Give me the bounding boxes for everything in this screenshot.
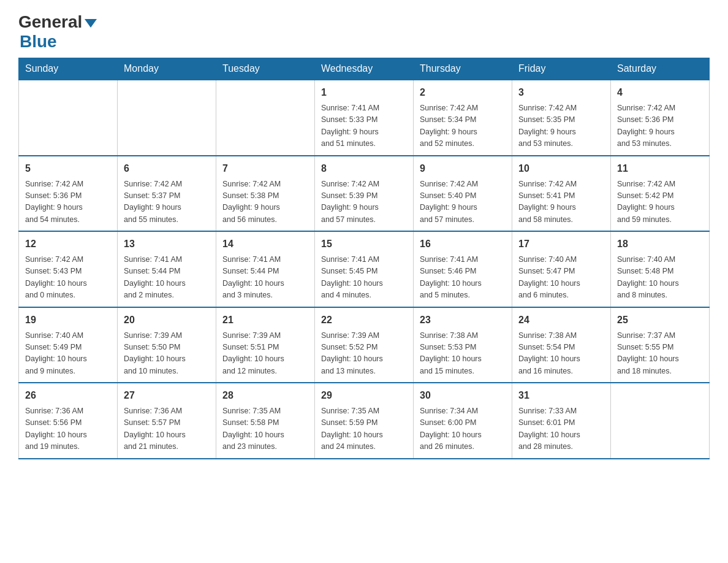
logo-arrow-icon (85, 19, 97, 28)
day-number: 1 (321, 85, 407, 100)
calendar-day-cell: 22Sunrise: 7:39 AM Sunset: 5:52 PM Dayli… (315, 307, 414, 383)
day-number: 12 (25, 237, 111, 251)
day-number: 27 (124, 388, 210, 403)
calendar-day-cell (216, 80, 315, 156)
day-number: 7 (222, 161, 308, 176)
calendar-day-cell (118, 80, 216, 156)
day-number: 29 (321, 388, 407, 403)
calendar-day-cell: 31Sunrise: 7:33 AM Sunset: 6:01 PM Dayli… (512, 383, 611, 459)
day-of-week-header: Saturday (611, 58, 710, 80)
calendar-day-cell (19, 80, 118, 156)
day-info: Sunrise: 7:35 AM Sunset: 5:58 PM Dayligh… (222, 405, 308, 453)
day-number: 9 (420, 161, 506, 176)
calendar-day-cell: 15Sunrise: 7:41 AM Sunset: 5:45 PM Dayli… (315, 231, 414, 307)
calendar-day-cell: 14Sunrise: 7:41 AM Sunset: 5:44 PM Dayli… (216, 231, 315, 307)
day-number: 25 (617, 313, 703, 327)
day-info: Sunrise: 7:40 AM Sunset: 5:47 PM Dayligh… (518, 254, 604, 302)
day-info: Sunrise: 7:41 AM Sunset: 5:44 PM Dayligh… (124, 254, 210, 302)
day-number: 13 (124, 237, 210, 251)
day-number: 11 (617, 161, 703, 176)
day-number: 19 (25, 313, 111, 327)
day-info: Sunrise: 7:39 AM Sunset: 5:52 PM Dayligh… (321, 330, 407, 378)
day-of-week-header: Sunday (19, 58, 118, 80)
day-info: Sunrise: 7:41 AM Sunset: 5:33 PM Dayligh… (321, 102, 407, 150)
day-info: Sunrise: 7:39 AM Sunset: 5:51 PM Dayligh… (222, 330, 308, 378)
day-number: 21 (222, 313, 308, 327)
day-info: Sunrise: 7:42 AM Sunset: 5:41 PM Dayligh… (518, 178, 604, 226)
day-number: 5 (25, 161, 111, 176)
day-info: Sunrise: 7:41 AM Sunset: 5:45 PM Dayligh… (321, 254, 407, 302)
calendar-day-cell: 13Sunrise: 7:41 AM Sunset: 5:44 PM Dayli… (118, 231, 216, 307)
calendar-day-cell: 3Sunrise: 7:42 AM Sunset: 5:35 PM Daylig… (512, 80, 611, 156)
day-number: 24 (518, 313, 604, 327)
day-info: Sunrise: 7:42 AM Sunset: 5:39 PM Dayligh… (321, 178, 407, 226)
day-number: 23 (420, 313, 506, 327)
calendar-header-row: SundayMondayTuesdayWednesdayThursdayFrid… (19, 58, 710, 80)
day-of-week-header: Tuesday (216, 58, 315, 80)
day-info: Sunrise: 7:42 AM Sunset: 5:36 PM Dayligh… (617, 102, 703, 150)
day-info: Sunrise: 7:41 AM Sunset: 5:46 PM Dayligh… (420, 254, 506, 302)
day-info: Sunrise: 7:40 AM Sunset: 5:48 PM Dayligh… (617, 254, 703, 302)
calendar-day-cell: 23Sunrise: 7:38 AM Sunset: 5:53 PM Dayli… (414, 307, 512, 383)
day-number: 3 (518, 85, 604, 100)
day-info: Sunrise: 7:36 AM Sunset: 5:56 PM Dayligh… (25, 405, 111, 453)
calendar-day-cell: 12Sunrise: 7:42 AM Sunset: 5:43 PM Dayli… (19, 231, 118, 307)
day-info: Sunrise: 7:42 AM Sunset: 5:35 PM Dayligh… (518, 102, 604, 150)
calendar-week-row: 19Sunrise: 7:40 AM Sunset: 5:49 PM Dayli… (19, 307, 710, 383)
calendar-day-cell: 30Sunrise: 7:34 AM Sunset: 6:00 PM Dayli… (414, 383, 512, 459)
day-number: 2 (420, 85, 506, 100)
day-number: 15 (321, 237, 407, 251)
calendar-table: SundayMondayTuesdayWednesdayThursdayFrid… (18, 58, 710, 459)
day-info: Sunrise: 7:37 AM Sunset: 5:55 PM Dayligh… (617, 330, 703, 378)
calendar-day-cell: 2Sunrise: 7:42 AM Sunset: 5:34 PM Daylig… (414, 80, 512, 156)
day-number: 18 (617, 237, 703, 251)
day-info: Sunrise: 7:42 AM Sunset: 5:38 PM Dayligh… (222, 178, 308, 226)
day-of-week-header: Thursday (414, 58, 512, 80)
logo: General Blue (18, 12, 97, 52)
day-info: Sunrise: 7:42 AM Sunset: 5:34 PM Dayligh… (420, 102, 506, 150)
calendar-day-cell: 29Sunrise: 7:35 AM Sunset: 5:59 PM Dayli… (315, 383, 414, 459)
calendar-week-row: 12Sunrise: 7:42 AM Sunset: 5:43 PM Dayli… (19, 231, 710, 307)
day-number: 26 (25, 388, 111, 403)
day-number: 4 (617, 85, 703, 100)
day-info: Sunrise: 7:39 AM Sunset: 5:50 PM Dayligh… (124, 330, 210, 378)
day-number: 20 (124, 313, 210, 327)
logo-general-text: General (18, 12, 82, 32)
day-info: Sunrise: 7:34 AM Sunset: 6:00 PM Dayligh… (420, 405, 506, 453)
day-number: 22 (321, 313, 407, 327)
day-number: 30 (420, 388, 506, 403)
logo-blue-text: Blue (20, 32, 57, 51)
day-info: Sunrise: 7:42 AM Sunset: 5:40 PM Dayligh… (420, 178, 506, 226)
day-info: Sunrise: 7:38 AM Sunset: 5:54 PM Dayligh… (518, 330, 604, 378)
calendar-day-cell: 4Sunrise: 7:42 AM Sunset: 5:36 PM Daylig… (611, 80, 710, 156)
day-number: 14 (222, 237, 308, 251)
day-info: Sunrise: 7:38 AM Sunset: 5:53 PM Dayligh… (420, 330, 506, 378)
day-info: Sunrise: 7:42 AM Sunset: 5:36 PM Dayligh… (25, 178, 111, 226)
day-number: 17 (518, 237, 604, 251)
day-info: Sunrise: 7:42 AM Sunset: 5:37 PM Dayligh… (124, 178, 210, 226)
calendar-day-cell: 27Sunrise: 7:36 AM Sunset: 5:57 PM Dayli… (118, 383, 216, 459)
day-number: 31 (518, 388, 604, 403)
calendar-day-cell: 1Sunrise: 7:41 AM Sunset: 5:33 PM Daylig… (315, 80, 414, 156)
page-header: General Blue (18, 12, 710, 52)
calendar-day-cell: 8Sunrise: 7:42 AM Sunset: 5:39 PM Daylig… (315, 156, 414, 232)
calendar-day-cell: 9Sunrise: 7:42 AM Sunset: 5:40 PM Daylig… (414, 156, 512, 232)
day-info: Sunrise: 7:35 AM Sunset: 5:59 PM Dayligh… (321, 405, 407, 453)
day-of-week-header: Friday (512, 58, 611, 80)
calendar-day-cell: 20Sunrise: 7:39 AM Sunset: 5:50 PM Dayli… (118, 307, 216, 383)
calendar-day-cell: 16Sunrise: 7:41 AM Sunset: 5:46 PM Dayli… (414, 231, 512, 307)
calendar-day-cell: 11Sunrise: 7:42 AM Sunset: 5:42 PM Dayli… (611, 156, 710, 232)
calendar-day-cell (611, 383, 710, 459)
calendar-week-row: 5Sunrise: 7:42 AM Sunset: 5:36 PM Daylig… (19, 156, 710, 232)
day-info: Sunrise: 7:33 AM Sunset: 6:01 PM Dayligh… (518, 405, 604, 453)
day-number: 6 (124, 161, 210, 176)
calendar-day-cell: 6Sunrise: 7:42 AM Sunset: 5:37 PM Daylig… (118, 156, 216, 232)
day-info: Sunrise: 7:42 AM Sunset: 5:42 PM Dayligh… (617, 178, 703, 226)
day-number: 8 (321, 161, 407, 176)
calendar-week-row: 1Sunrise: 7:41 AM Sunset: 5:33 PM Daylig… (19, 80, 710, 156)
day-info: Sunrise: 7:42 AM Sunset: 5:43 PM Dayligh… (25, 254, 111, 302)
day-of-week-header: Monday (118, 58, 216, 80)
day-of-week-header: Wednesday (315, 58, 414, 80)
day-number: 10 (518, 161, 604, 176)
calendar-day-cell: 17Sunrise: 7:40 AM Sunset: 5:47 PM Dayli… (512, 231, 611, 307)
